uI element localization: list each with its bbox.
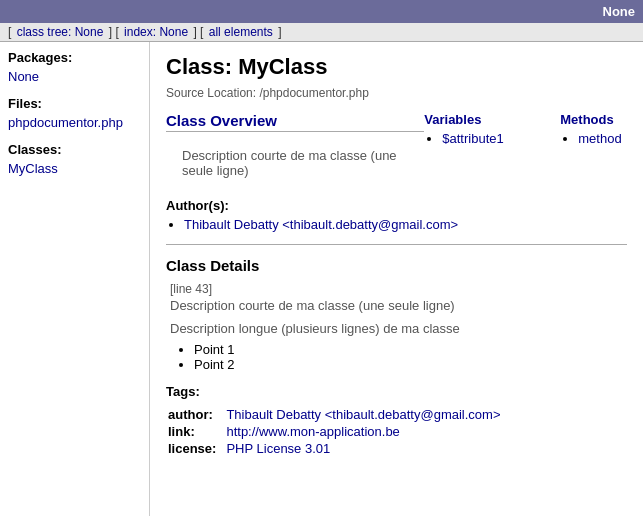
classes-link[interactable]: MyClass (8, 161, 58, 176)
detail-bullet-list: Point 1 Point 2 (166, 342, 627, 372)
tags-title: Tags: (166, 384, 627, 399)
classes-label: Classes: (8, 142, 141, 157)
detail-line-info: [line 43] (166, 282, 627, 296)
tags-table: author: Thibault Debatty <thibault.debat… (166, 405, 503, 458)
source-location: Source Location: /phpdocumentor.php (166, 86, 627, 100)
divider (166, 244, 627, 245)
detail-short-desc: Description courte de ma classe (une seu… (166, 298, 627, 313)
tag-row-license: license: PHP License 3.01 (168, 441, 501, 456)
method-link[interactable]: method (578, 131, 621, 146)
tag-label-license: license: (168, 441, 224, 456)
nav-all-elements[interactable]: all elements (209, 25, 273, 39)
tag-author-link[interactable]: Thibault Debatty <thibault.debatty@gmail… (226, 407, 500, 422)
packages-label: Packages: (8, 50, 141, 65)
tag-value-link: http://www.mon-application.be (226, 424, 500, 439)
nav-class-tree[interactable]: class tree: None (17, 25, 104, 39)
tag-value-license: PHP License 3.01 (226, 441, 500, 456)
class-overview-description: Description courte de ma classe (une seu… (166, 140, 424, 186)
detail-bullet-1: Point 1 (194, 342, 627, 357)
tag-row-link: link: http://www.mon-application.be (168, 424, 501, 439)
variables-list: $attribute1 (424, 131, 524, 146)
author-list: Thibault Debatty <thibault.debatty@gmail… (166, 217, 627, 232)
nav-bar: [ class tree: None ] [ index: None ] [ a… (0, 23, 643, 42)
tag-label-author: author: (168, 407, 224, 422)
tag-license-link[interactable]: PHP License 3.01 (226, 441, 330, 456)
tag-label-link: link: (168, 424, 224, 439)
files-link[interactable]: phpdocumentor.php (8, 115, 123, 130)
detail-bullet-2: Point 2 (194, 357, 627, 372)
files-label: Files: (8, 96, 141, 111)
author-section: Author(s): Thibault Debatty <thibault.de… (166, 198, 627, 232)
main-content: Class: MyClass Source Location: /phpdocu… (150, 42, 643, 516)
tag-value-author: Thibault Debatty <thibault.debatty@gmail… (226, 407, 500, 422)
tag-row-author: author: Thibault Debatty <thibault.debat… (168, 407, 501, 422)
tag-link-url[interactable]: http://www.mon-application.be (226, 424, 399, 439)
class-overview-title: Class Overview (166, 112, 424, 132)
packages-link[interactable]: None (8, 69, 39, 84)
title-bar: None (0, 0, 643, 23)
nav-index[interactable]: index: None (124, 25, 188, 39)
class-title: Class: MyClass (166, 54, 627, 80)
methods-title: Methods (560, 112, 643, 127)
tags-section: Tags: author: Thibault Debatty <thibault… (166, 384, 627, 458)
title-text: None (603, 4, 636, 19)
sidebar: Packages: None Files: phpdocumentor.php … (0, 42, 150, 516)
class-details-title: Class Details (166, 257, 627, 274)
variable-attribute1[interactable]: $attribute1 (442, 131, 503, 146)
variables-title: Variables (424, 112, 524, 127)
methods-list: method (560, 131, 643, 146)
author-title: Author(s): (166, 198, 627, 213)
author-email[interactable]: Thibault Debatty <thibault.debatty@gmail… (184, 217, 458, 232)
detail-long-desc: Description longue (plusieurs lignes) de… (166, 321, 627, 336)
